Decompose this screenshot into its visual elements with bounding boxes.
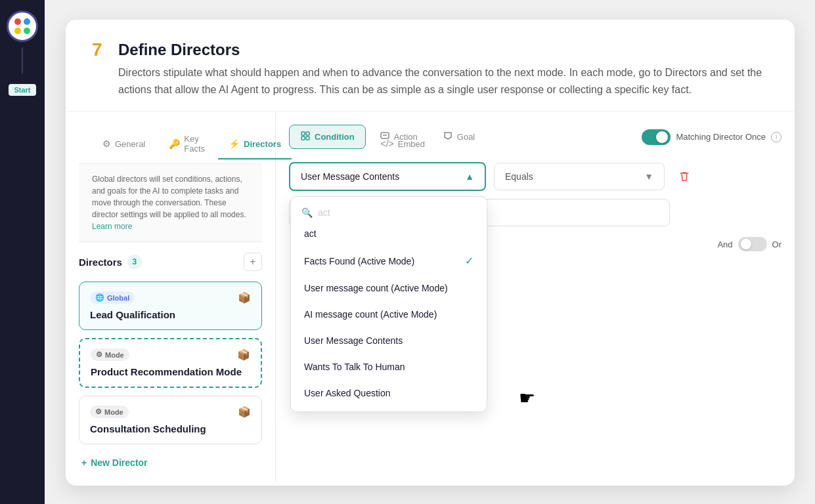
lead-qualification-title: Lead Qualification	[90, 309, 251, 320]
chevron-down-icon: ▼	[644, 171, 653, 182]
goal-icon	[443, 131, 453, 143]
action-icon	[380, 131, 390, 143]
learn-more-link[interactable]: Learn more	[92, 222, 132, 231]
card-badge-row-2: ⚙ Mode 📦	[91, 348, 250, 361]
matching-toggle-area: Matching Director Once i	[642, 129, 782, 145]
dropdown-search-row: 🔍 act	[291, 202, 487, 220]
sidebar-line	[22, 47, 23, 74]
logo-dots	[14, 18, 30, 34]
dropdown-list-inner: 🔍 act act Facts Found (Active Mode) ✓	[291, 197, 487, 411]
condition-icon	[300, 131, 311, 143]
page-title: Define Directors	[118, 41, 768, 59]
info-icon[interactable]: i	[771, 132, 782, 142]
mode-badge: ⚙ Mode	[91, 348, 129, 361]
check-icon: ✓	[465, 255, 474, 267]
dot-yellow	[14, 28, 21, 34]
dropdown-item-6[interactable]: User Asked Question	[291, 380, 487, 406]
directors-count: 3	[127, 255, 142, 269]
globe-icon: 🌐	[95, 293, 104, 302]
tab-goal[interactable]: Goal	[431, 125, 486, 149]
mode-icon-2: ⚙	[95, 408, 102, 416]
and-or-knob	[741, 239, 751, 249]
or-label: Or	[772, 240, 782, 249]
svg-rect-1	[306, 132, 309, 135]
and-or-toggle[interactable]	[738, 237, 767, 251]
equals-dropdown[interactable]: Equals ▼	[494, 163, 665, 190]
step-description: Directors stipulate what should happen a…	[118, 64, 768, 98]
toggle-knob	[656, 131, 668, 143]
directors-header: Directors 3 +	[79, 253, 262, 271]
card-icon-3: 📦	[238, 406, 251, 418]
cag-tabs: Condition Action	[289, 125, 782, 149]
director-card-product-recommendation[interactable]: ⚙ Mode 📦 Product Recommendation Mode	[79, 338, 262, 388]
directors-section: Directors 3 + 🌐 Global 📦	[79, 242, 262, 473]
search-icon: 🔍	[301, 207, 313, 218]
dot-blue	[24, 18, 30, 25]
card-badge-row-3: ⚙ Mode 📦	[90, 406, 251, 418]
add-director-button[interactable]: +	[244, 253, 262, 271]
new-director-button[interactable]: + New Director	[79, 452, 262, 473]
directors-icon: ⚡	[229, 138, 240, 149]
card-badge-row: 🌐 Global 📦	[90, 291, 251, 304]
dropdown-item-1[interactable]: Facts Found (Active Mode) ✓	[291, 247, 487, 275]
dropdown-item-0[interactable]: act	[291, 220, 487, 247]
director-card-consultation[interactable]: ⚙ Mode 📦 Consultation Scheduling	[79, 396, 262, 444]
dot-green	[24, 28, 30, 34]
tab-condition[interactable]: Condition	[289, 125, 366, 149]
dropdown-selected-value: User Message Contents	[301, 171, 399, 182]
dropdown-item-5[interactable]: Wants To Talk To Human	[291, 354, 487, 380]
step-number: 7	[92, 41, 108, 59]
svg-rect-2	[301, 136, 305, 140]
right-panel: Condition Action	[276, 112, 795, 482]
card-settings-icon: 📦	[238, 291, 251, 304]
delete-button[interactable]	[672, 165, 696, 188]
step-row: 7 Define Directors Directors stipulate w…	[92, 41, 768, 98]
consultation-title: Consultation Scheduling	[90, 423, 251, 434]
cursor-hand: ☛	[519, 387, 535, 409]
page-wrapper: Start 7 Define Directors Directors stipu…	[0, 0, 815, 504]
tab-bar: ⚙ General 🔑 Key Facts ⚡ Directors 🔄 Hand…	[79, 125, 262, 164]
svg-rect-0	[301, 132, 305, 135]
matching-toggle-switch[interactable]	[642, 129, 671, 145]
sidebar: Start	[0, 0, 45, 504]
info-banner: Global directors will set conditions, ac…	[79, 164, 262, 242]
tab-key-facts[interactable]: 🔑 Key Facts	[158, 125, 215, 164]
new-director-plus-icon: +	[81, 457, 87, 468]
dot-red	[14, 18, 21, 25]
header-section: 7 Define Directors Directors stipulate w…	[66, 20, 795, 112]
product-recommendation-title: Product Recommendation Mode	[91, 366, 250, 377]
dropdown-item-4[interactable]: User Message Contents	[291, 327, 487, 354]
chevron-up-icon: ▲	[465, 171, 474, 182]
mode-badge-2: ⚙ Mode	[90, 406, 129, 418]
right-content: Condition Action	[276, 112, 795, 264]
card-icon-2: 📦	[237, 348, 250, 361]
main-card: 7 Define Directors Directors stipulate w…	[66, 20, 795, 486]
logo	[7, 10, 38, 42]
left-panel: ⚙ General 🔑 Key Facts ⚡ Directors 🔄 Hand…	[66, 112, 276, 482]
directors-title: Directors 3	[79, 255, 142, 269]
tab-general[interactable]: ⚙ General	[92, 129, 156, 159]
content-area: ⚙ General 🔑 Key Facts ⚡ Directors 🔄 Hand…	[66, 112, 795, 482]
tab-action[interactable]: Action	[368, 125, 429, 149]
director-card-lead-qualification[interactable]: 🌐 Global 📦 Lead Qualification	[79, 282, 262, 330]
matching-label: Matching Director Once	[676, 132, 766, 142]
key-facts-icon: 🔑	[169, 138, 180, 149]
condition-dropdown[interactable]: User Message Contents ▲ 🔍 act	[289, 162, 486, 191]
dropdown-item-2[interactable]: User message count (Active Mode)	[291, 275, 487, 301]
equals-value: Equals	[505, 171, 533, 182]
svg-rect-3	[306, 136, 309, 140]
dropdown-item-3[interactable]: AI message count (Active Mode)	[291, 301, 487, 327]
dropdown-list: 🔍 act act Facts Found (Active Mode) ✓	[290, 196, 487, 412]
start-badge: Start	[9, 84, 35, 96]
general-icon: ⚙	[102, 138, 111, 149]
and-label: And	[717, 240, 732, 249]
global-badge: 🌐 Global	[90, 291, 135, 304]
step-content: Define Directors Directors stipulate wha…	[118, 41, 768, 98]
mode-icon: ⚙	[96, 350, 102, 359]
dropdown-row: User Message Contents ▲ 🔍 act	[289, 162, 782, 191]
